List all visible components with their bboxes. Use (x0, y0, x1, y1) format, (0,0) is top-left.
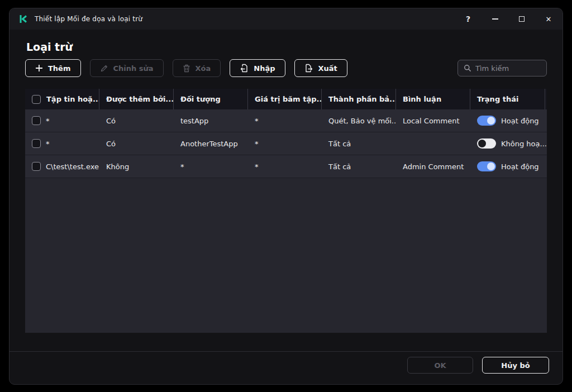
page-title: Loại trừ (26, 41, 73, 53)
cell-added-by: Có (99, 132, 174, 155)
pencil-icon (100, 64, 108, 73)
minimize-icon (492, 18, 498, 20)
cancel-button[interactable]: Hủy bỏ (482, 357, 549, 374)
export-button[interactable]: Xuất (294, 59, 347, 77)
exclusions-table: Tập tin hoặ... Được thêm bởi... Đối tượn… (25, 89, 547, 333)
window-controls: ? ✕ (463, 14, 554, 24)
cell-hash: * (248, 155, 322, 178)
close-button[interactable]: ✕ (544, 14, 554, 24)
cell-comment: Admin Comment (396, 155, 470, 178)
row-checkbox[interactable] (32, 116, 41, 125)
window-title: Thiết lập Mối đe dọa và loại trừ (35, 15, 142, 23)
cell-comment: Local Comment (396, 109, 470, 132)
header-object[interactable]: Đối tượng (174, 89, 248, 109)
footer-divider (9, 351, 563, 352)
kaspersky-logo-icon (18, 14, 28, 24)
cell-file: C\test\test.exe (46, 162, 99, 171)
plus-icon (35, 64, 43, 72)
help-button[interactable]: ? (463, 14, 473, 24)
toolbar: Thêm Chỉnh sửa Xóa Nhập (25, 59, 547, 77)
cell-comment (396, 132, 470, 155)
status-toggle[interactable] (477, 138, 496, 149)
cell-object: * (174, 155, 248, 178)
add-button[interactable]: Thêm (25, 59, 81, 77)
cell-file: * (46, 140, 50, 148)
header-file[interactable]: Tập tin hoặ... (25, 89, 99, 109)
dialog-window: Thiết lập Mối đe dọa và loại trừ ? ✕ Loạ… (9, 8, 563, 385)
search-box[interactable] (457, 60, 547, 77)
search-icon (464, 64, 471, 72)
maximize-icon (519, 16, 525, 22)
delete-button[interactable]: Xóa (173, 59, 221, 77)
cell-status: Hoạt động (501, 117, 539, 125)
cell-object: testApp (174, 109, 248, 132)
footer: OK Hủy bỏ (407, 357, 549, 374)
table-header: Tập tin hoặ... Được thêm bởi... Đối tượn… (25, 89, 547, 109)
cell-component: Quét, Bảo vệ mối... (322, 109, 396, 132)
row-checkbox[interactable] (32, 162, 41, 171)
toggle-knob (487, 117, 495, 125)
header-comment[interactable]: Bình luận (396, 89, 470, 109)
import-button[interactable]: Nhập (230, 59, 285, 77)
maximize-button[interactable] (517, 14, 527, 24)
cell-hash: * (248, 109, 322, 132)
edit-button[interactable]: Chỉnh sửa (90, 59, 164, 77)
cell-component: Tất cả (322, 155, 396, 178)
cell-component: Tất cả (322, 132, 396, 155)
import-icon (240, 64, 249, 73)
cell-file: * (46, 117, 50, 125)
cell-hash: * (248, 132, 322, 155)
header-status[interactable]: Trạng thái (470, 89, 547, 109)
status-toggle[interactable] (477, 161, 496, 171)
cell-added-by: Có (99, 109, 174, 132)
close-icon: ✕ (546, 15, 552, 23)
cell-object: AnotherTestApp (174, 132, 248, 155)
ok-button[interactable]: OK (407, 357, 473, 374)
table-row[interactable]: * Có testApp * Quét, Bảo vệ mối... Local… (25, 109, 547, 132)
cell-status: Không hoạ... (501, 140, 547, 148)
search-input[interactable] (475, 64, 541, 73)
row-checkbox[interactable] (32, 139, 41, 148)
titlebar: Thiết lập Mối đe dọa và loại trừ ? ✕ (9, 8, 563, 30)
select-all-checkbox[interactable] (32, 95, 41, 104)
trash-icon (183, 64, 190, 73)
export-icon (304, 64, 313, 73)
toggle-knob (487, 162, 495, 170)
cell-added-by: Không (99, 155, 174, 178)
header-component[interactable]: Thành phần bả... (322, 89, 396, 109)
minimize-button[interactable] (490, 14, 500, 24)
header-added-by[interactable]: Được thêm bởi... (99, 89, 174, 109)
cell-status: Hoạt động (501, 162, 539, 171)
status-toggle[interactable] (477, 116, 496, 126)
header-hash[interactable]: Giá trị băm tập... (248, 89, 322, 109)
table-row[interactable]: * Có AnotherTestApp * Tất cả Không hoạ..… (25, 132, 547, 155)
table-row[interactable]: C\test\test.exe Không * * Tất cả Admin C… (25, 155, 547, 178)
toggle-knob (478, 140, 486, 147)
